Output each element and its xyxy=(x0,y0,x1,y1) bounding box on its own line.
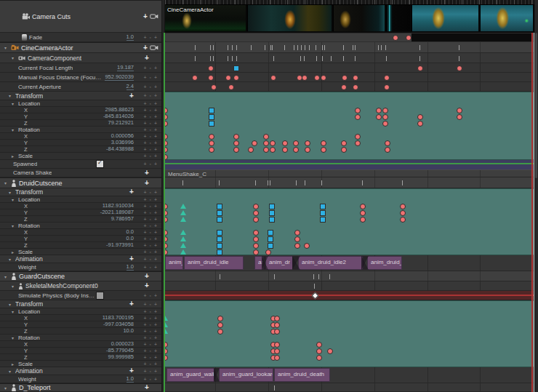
cine-rotation-x-key-navigation[interactable]: + ◦ + xyxy=(136,134,161,139)
cine-location-y[interactable]: Y-845.814026+ ◦ + xyxy=(0,113,161,120)
keyframe-circle[interactable] xyxy=(217,316,223,321)
track-camera-component[interactable]: ▾CameraComponent+ xyxy=(0,53,161,63)
cine-location[interactable]: ▾Location+ ◦ + xyxy=(0,100,161,107)
keyframe-circle[interactable] xyxy=(382,121,388,127)
cine-transform-key-navigation[interactable]: + ◦ + xyxy=(136,93,161,98)
keyframe-tick[interactable] xyxy=(274,274,275,279)
keyframe-circle[interactable] xyxy=(294,236,300,242)
track-camera-cuts[interactable]: Camera Cuts+ xyxy=(0,0,161,33)
keyframe-circle[interactable] xyxy=(274,329,280,335)
keyframe-circle[interactable] xyxy=(355,134,361,140)
guard-location-y[interactable]: Y-997.034058+ ◦ + xyxy=(0,321,161,328)
guard-location-x-key-navigation[interactable]: + ◦ + xyxy=(136,316,161,321)
track-d-teleport[interactable]: ▾D_Teleport+ xyxy=(0,383,161,392)
animation-clip[interactable]: anim_guard_lookaroun xyxy=(219,368,273,382)
keyframe-circle[interactable] xyxy=(225,75,231,81)
keyframe-tick[interactable] xyxy=(210,56,211,61)
keyframe-circle[interactable] xyxy=(316,342,322,348)
keyframe-circle[interactable] xyxy=(417,114,423,120)
keyframe-square[interactable] xyxy=(217,217,222,223)
keyframe-square[interactable] xyxy=(268,243,273,249)
cine-location-z-value[interactable]: 79.212921 xyxy=(108,120,134,127)
keyframe-circle[interactable] xyxy=(360,204,366,209)
keyframe-circle[interactable] xyxy=(353,75,358,81)
cine-location-y-key-navigation[interactable]: + ◦ + xyxy=(136,114,161,119)
keyframe-circle[interactable] xyxy=(321,147,326,153)
druid-transform-key-navigation[interactable]: + ◦ + xyxy=(136,190,161,195)
keyframe-circle[interactable] xyxy=(263,134,269,140)
expander-down-icon[interactable]: ▾ xyxy=(4,180,11,185)
keyframe-circle[interactable] xyxy=(393,35,398,41)
keyframe-square[interactable] xyxy=(268,230,273,236)
keyframe-tick[interactable] xyxy=(402,180,403,185)
track-current-focal-length[interactable]: Current Focal Length19.187+ ◦ + xyxy=(0,63,161,73)
keyframe-circle[interactable] xyxy=(302,75,308,81)
keyframe-tick[interactable] xyxy=(321,180,322,185)
cine-location-x-value[interactable]: 2985.88623 xyxy=(105,107,134,113)
keyframe-circle[interactable] xyxy=(209,134,214,140)
guard-rotation-x-key-navigation[interactable]: + ◦ + xyxy=(136,342,161,347)
keyframe-circle[interactable] xyxy=(165,121,168,127)
spawned-true-bar[interactable] xyxy=(165,163,534,164)
keyframe-circle[interactable] xyxy=(209,147,214,153)
keyframe-tick[interactable] xyxy=(378,45,379,50)
keyframe-circle[interactable] xyxy=(294,243,300,249)
keyframe-tick[interactable] xyxy=(296,180,297,185)
expander-down-icon[interactable]: ▾ xyxy=(12,223,18,228)
camera-cut-thumbnail[interactable] xyxy=(248,5,333,31)
keyframe-circle[interactable] xyxy=(165,114,168,120)
keyframe-square[interactable] xyxy=(209,114,214,120)
keyframe-circle[interactable] xyxy=(384,84,390,90)
cine-rotation-y-key-navigation[interactable]: + ◦ + xyxy=(136,140,161,145)
keyframe-tick[interactable] xyxy=(419,56,420,61)
expander-right-icon[interactable]: ▸ xyxy=(12,361,18,367)
keyframe-circle[interactable] xyxy=(165,249,168,255)
keyframe-circle[interactable] xyxy=(270,140,276,146)
keyframe-circle[interactable] xyxy=(305,147,310,153)
keyframe-circle[interactable] xyxy=(165,230,168,236)
guard-rotation-y-key-navigation[interactable]: + ◦ + xyxy=(136,348,161,353)
guard-rotation-z-key-navigation[interactable]: + ◦ + xyxy=(136,355,161,360)
camera-cut-thumbnail[interactable] xyxy=(334,5,386,31)
expander-down-icon[interactable]: ▾ xyxy=(9,93,15,98)
keyframe-circle[interactable] xyxy=(457,65,462,71)
cine-location-y-value[interactable]: -845.814026 xyxy=(103,113,134,120)
keyframe-circle[interactable] xyxy=(342,75,348,81)
keyframe-circle[interactable] xyxy=(165,243,168,249)
keyframe-square[interactable] xyxy=(320,217,326,223)
camera-cut-thumbnail[interactable] xyxy=(387,5,411,31)
cine-rotation-y-value[interactable]: 3.036996 xyxy=(111,140,134,146)
keyframe-circle[interactable] xyxy=(360,217,366,223)
keyframe-circle[interactable] xyxy=(382,108,388,113)
keyframe-square[interactable] xyxy=(217,210,222,216)
druid-location-z[interactable]: Z9.786957+ ◦ + xyxy=(0,216,161,223)
guard-location-key-navigation[interactable]: + ◦ + xyxy=(136,309,161,314)
expander-down-icon[interactable]: ▾ xyxy=(12,197,18,202)
druid-animation-key-navigation[interactable]: + ◦ + xyxy=(136,257,161,262)
keyframe-tick[interactable] xyxy=(219,180,220,185)
keyframe-tick[interactable] xyxy=(305,45,305,50)
keyframe-tick[interactable] xyxy=(331,56,332,61)
track-cine-camera-actor-add-button[interactable]: + xyxy=(141,44,150,52)
guard-rotation-z-value[interactable]: 99.999985 xyxy=(108,354,134,361)
guard-animation-add-button[interactable]: + xyxy=(127,367,136,375)
guard-location-x[interactable]: X1183.700195+ ◦ + xyxy=(0,315,161,321)
track-druid-cutscene-add-button[interactable]: + xyxy=(142,180,151,187)
keyframe-circle[interactable] xyxy=(270,75,276,81)
guard-location[interactable]: ▾Location+ ◦ + xyxy=(0,308,161,315)
keyframe-tick[interactable] xyxy=(386,56,387,61)
druid-animation-add-button[interactable]: + xyxy=(127,255,136,263)
keyframe-tick[interactable] xyxy=(309,45,310,50)
keyframe-circle[interactable] xyxy=(165,217,168,223)
keyframe-tick[interactable] xyxy=(300,56,301,61)
druid-rotation-x-value[interactable]: 0.0 xyxy=(127,229,134,236)
keyframe-tick[interactable] xyxy=(228,56,228,61)
keyframe-tick[interactable] xyxy=(236,56,237,61)
keyframe-circle[interactable] xyxy=(217,322,223,328)
keyframe-tick[interactable] xyxy=(343,56,344,61)
keyframe-circle[interactable] xyxy=(417,121,423,127)
keyframe-circle[interactable] xyxy=(253,230,259,236)
keyframe-circle[interactable] xyxy=(265,249,271,255)
guard-animation-key-navigation[interactable]: + ◦ + xyxy=(136,369,161,374)
keyframe-circle[interactable] xyxy=(233,75,239,81)
